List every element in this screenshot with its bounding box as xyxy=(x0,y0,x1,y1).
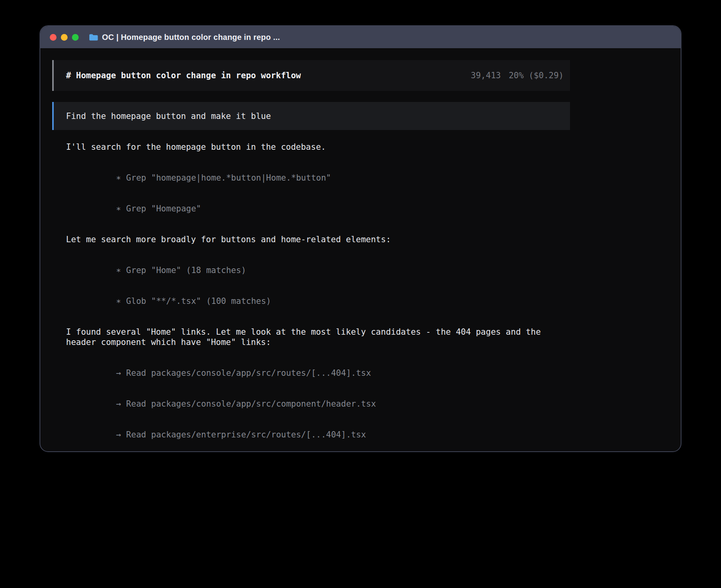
tool-call-group: ∗Grep "Home" (18 matches) ∗Glob "**/*.ts… xyxy=(52,255,570,317)
arrow-right-icon: → xyxy=(116,399,121,409)
read-call-group: →Read packages/console/app/src/routes/[.… xyxy=(52,358,570,450)
session-header: # Homepage button color change in repo w… xyxy=(52,60,570,91)
close-button[interactable] xyxy=(50,34,57,41)
context-usage: 20% ($0.29) xyxy=(509,70,564,81)
read-call-text: Read packages/console/app/src/component/… xyxy=(126,399,376,409)
user-message-text: Find the homepage button and make it blu… xyxy=(66,111,271,121)
asterisk-icon: ∗ xyxy=(116,173,121,183)
assistant-text: Let me search more broadly for buttons a… xyxy=(52,234,570,245)
tool-call: ∗Glob "**/*.tsx" (100 matches) xyxy=(66,286,570,317)
tool-call-text: Grep "homepage|home.*button|Home.*button… xyxy=(126,173,331,183)
token-count: 39,413 xyxy=(471,70,501,81)
assistant-text: I found several "Home" links. Let me loo… xyxy=(52,327,570,347)
terminal-view: # Homepage button color change in repo w… xyxy=(40,48,681,452)
tool-call-text: Grep "Homepage" xyxy=(126,204,201,213)
tool-call-text: Grep "Home" (18 matches) xyxy=(126,266,246,275)
folder-icon xyxy=(89,34,98,41)
assistant-text: I'll search for the homepage button in t… xyxy=(52,142,570,152)
asterisk-icon: ∗ xyxy=(116,266,121,275)
read-call: →Read packages/enterprise/src/routes/[..… xyxy=(66,419,570,450)
tool-call-text: Glob "**/*.tsx" (100 matches) xyxy=(126,296,271,306)
read-call-text: Read packages/enterprise/src/routes/[...… xyxy=(126,430,366,439)
session-stats: 39,413 20% ($0.29) xyxy=(471,70,564,81)
read-call: →Read packages/console/app/src/routes/[.… xyxy=(66,358,570,388)
arrow-right-icon: → xyxy=(116,430,121,439)
read-call-text: Read packages/console/app/src/routes/[..… xyxy=(126,368,371,378)
minimize-button[interactable] xyxy=(61,34,68,41)
zoom-button[interactable] xyxy=(72,34,79,41)
tool-call-group: ∗Grep "homepage|home.*button|Home.*butto… xyxy=(52,162,570,224)
arrow-right-icon: → xyxy=(116,368,121,378)
asterisk-icon: ∗ xyxy=(116,296,121,306)
session-content: # Homepage button color change in repo w… xyxy=(52,60,570,452)
asterisk-icon: ∗ xyxy=(116,204,121,213)
read-call: →Read packages/console/app/src/component… xyxy=(66,388,570,419)
tool-call: ∗Grep "homepage|home.*button|Home.*butto… xyxy=(66,162,570,193)
window-title: OC | Homepage button color change in rep… xyxy=(102,33,280,42)
user-message: Find the homepage button and make it blu… xyxy=(52,102,570,130)
tool-call: ∗Grep "Homepage" xyxy=(66,193,570,224)
terminal-window: OC | Homepage button color change in rep… xyxy=(40,25,681,452)
tool-call: ∗Grep "Home" (18 matches) xyxy=(66,255,570,286)
session-title: # Homepage button color change in repo w… xyxy=(66,70,301,81)
titlebar[interactable]: OC | Homepage button color change in rep… xyxy=(40,26,681,48)
traffic-lights xyxy=(50,34,79,41)
